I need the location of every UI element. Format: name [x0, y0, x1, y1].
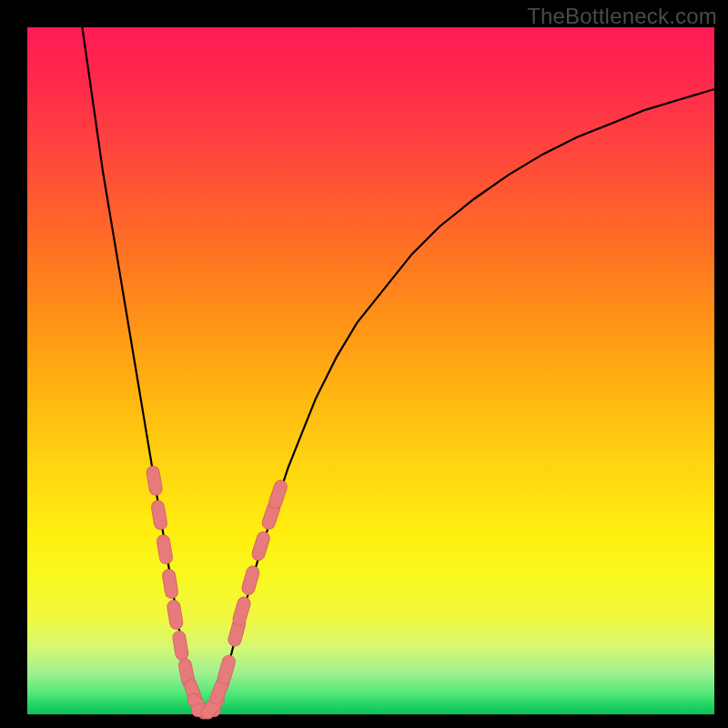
marker-point: [179, 638, 182, 654]
watermark-text: TheBottleneck.com: [527, 4, 717, 29]
marker-point: [157, 507, 160, 523]
marker-point: [235, 624, 239, 640]
curve-markers: [153, 472, 280, 713]
curve-svg: [27, 27, 714, 714]
marker-point: [224, 662, 228, 677]
marker-point: [217, 682, 223, 698]
plot-area: [27, 27, 714, 714]
marker-point: [185, 665, 188, 682]
marker-point: [174, 607, 177, 623]
marker-point: [248, 572, 253, 588]
marker-point: [164, 541, 167, 558]
marker-point: [169, 576, 172, 592]
marker-point: [258, 538, 263, 553]
marker-point: [268, 508, 274, 523]
marker-point: [239, 603, 244, 619]
marker-point: [153, 472, 156, 489]
marker-point: [276, 487, 281, 502]
chart-frame: TheBottleneck.com: [0, 0, 728, 728]
